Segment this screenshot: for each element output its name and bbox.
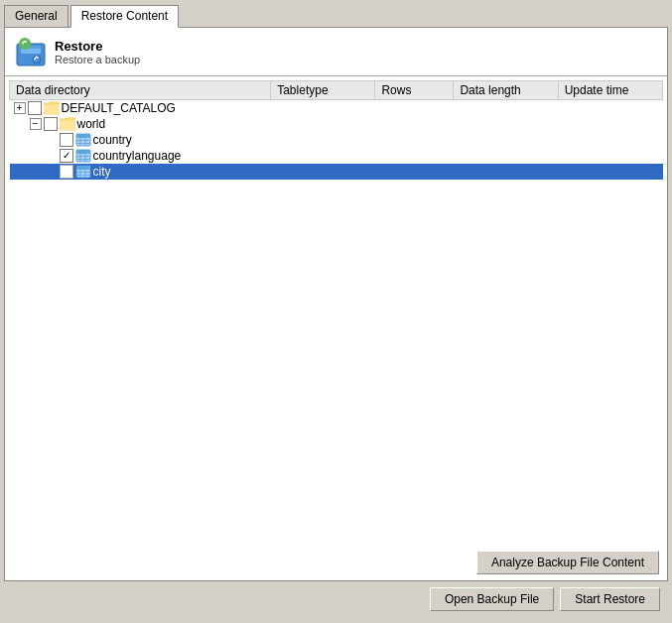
cell-update_time	[558, 132, 662, 148]
header-subtitle: Restore a backup	[55, 54, 140, 65]
cell-tabletype	[271, 164, 375, 180]
bottom-buttons: Open Backup File Start Restore	[4, 581, 668, 619]
svg-rect-13	[76, 134, 90, 138]
table-icon	[75, 149, 91, 163]
main-panel: Restore Restore a backup Data directory …	[4, 27, 668, 581]
panel-header: Restore Restore a backup	[5, 28, 667, 76]
cell-update_time	[558, 164, 662, 180]
cell-tabletype	[271, 132, 375, 148]
cell-tabletype	[271, 148, 375, 164]
cell-rows	[375, 116, 454, 132]
col-data-length: Data length	[454, 81, 558, 100]
row-checkbox[interactable]	[60, 149, 73, 163]
row-name: country	[93, 133, 132, 147]
tab-general[interactable]: General	[4, 5, 68, 28]
folder-icon	[60, 117, 75, 131]
tree-table: Data directory Tabletype Rows Data lengt…	[9, 80, 663, 180]
expander-spacer	[46, 134, 58, 146]
row-name: DEFAULT_CATALOG	[62, 101, 176, 115]
tree-section[interactable]: Data directory Tabletype Rows Data lengt…	[5, 76, 667, 545]
header-title: Restore	[55, 39, 140, 54]
col-tabletype: Tabletype	[271, 81, 375, 100]
header-text: Restore Restore a backup	[55, 39, 140, 65]
collapse-icon[interactable]: −	[30, 118, 42, 130]
cell-update_time	[558, 100, 662, 117]
table-header-row: Data directory Tabletype Rows Data lengt…	[10, 81, 663, 100]
expander-spacer	[46, 150, 58, 162]
table-icon	[75, 133, 91, 147]
row-checkbox[interactable]	[60, 133, 73, 147]
dialog: General Restore Content Restore	[0, 0, 672, 623]
cell-data_length	[454, 132, 558, 148]
cell-rows	[375, 148, 454, 164]
cell-data_length	[454, 148, 558, 164]
analyze-button[interactable]: Analyze Backup File Content	[476, 551, 659, 574]
table-row[interactable]: city	[10, 164, 663, 180]
analyze-bar: Analyze Backup File Content	[5, 545, 667, 580]
open-backup-button[interactable]: Open Backup File	[430, 587, 554, 611]
row-name: world	[77, 117, 106, 131]
cell-update_time	[558, 116, 662, 132]
svg-point-5	[19, 38, 31, 50]
cell-tabletype	[271, 116, 375, 132]
cell-rows	[375, 100, 454, 117]
folder-icon	[44, 101, 60, 115]
svg-rect-27	[76, 166, 90, 170]
row-checkbox[interactable]	[60, 165, 73, 179]
cell-update_time	[558, 148, 662, 164]
restore-icon	[15, 36, 47, 67]
table-row[interactable]: countrylanguage	[10, 148, 663, 164]
cell-rows	[375, 132, 454, 148]
start-restore-button[interactable]: Start Restore	[560, 587, 660, 611]
table-row[interactable]: − world	[10, 116, 663, 132]
row-checkbox[interactable]	[44, 117, 58, 131]
tab-bar: General Restore Content	[4, 4, 668, 27]
cell-tabletype	[271, 100, 375, 117]
expander-spacer	[46, 166, 58, 178]
cell-rows	[375, 164, 454, 180]
col-data-directory: Data directory	[10, 81, 271, 100]
row-checkbox[interactable]	[28, 101, 42, 115]
table-row[interactable]: + DEFAULT_CATALOG	[10, 100, 663, 117]
tab-general-label: General	[15, 9, 58, 23]
table-icon	[75, 165, 91, 179]
svg-rect-20	[76, 150, 90, 154]
table-row[interactable]: country	[10, 132, 663, 148]
row-name: city	[93, 165, 111, 179]
expand-icon[interactable]: +	[14, 102, 26, 114]
col-rows: Rows	[375, 81, 454, 100]
tab-restore-content[interactable]: Restore Content	[70, 5, 179, 28]
cell-data_length	[454, 116, 558, 132]
row-name: countrylanguage	[93, 149, 182, 163]
col-update-time: Update time	[558, 81, 662, 100]
cell-data_length	[454, 164, 558, 180]
cell-data_length	[454, 100, 558, 117]
tab-restore-content-label: Restore Content	[81, 9, 168, 23]
